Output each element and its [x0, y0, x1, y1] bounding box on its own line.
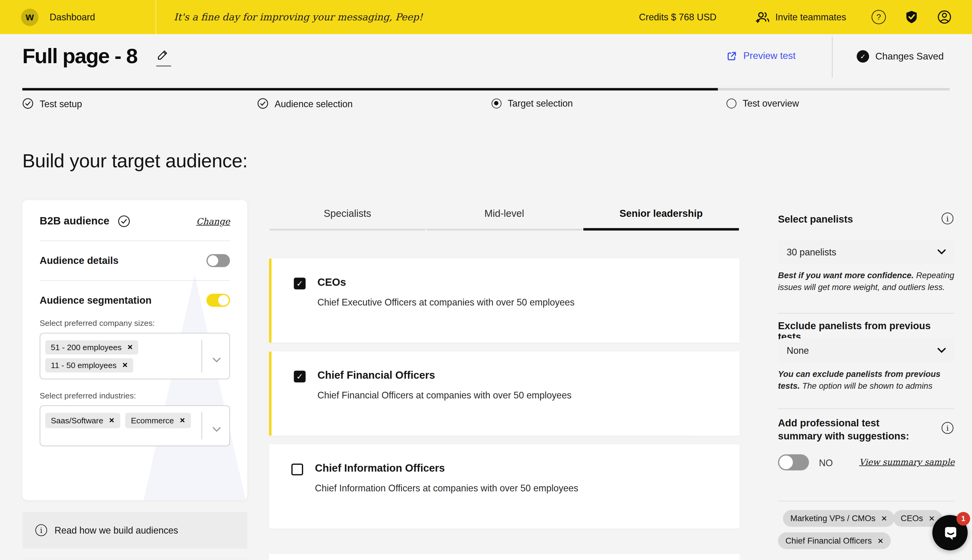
page-header: Full page - 8 Preview test ✓ Changes Sav…	[0, 34, 972, 87]
audience-details-label: Audience details	[40, 255, 119, 266]
next-role-card-partial	[269, 554, 740, 560]
info-icon[interactable]: i	[942, 213, 954, 225]
stepper-progress-fill	[22, 88, 718, 90]
role-description: Chief Information Officers at companies …	[315, 483, 579, 493]
check-circle-icon	[118, 215, 131, 227]
tab-underline	[270, 229, 425, 230]
audience-segmentation-label: Audience segmentation	[40, 295, 152, 306]
read-how-we-build-audiences-link[interactable]: i Read how we build audiences	[22, 512, 247, 548]
selected-target-pill: Marketing VPs / CMOs ✕	[783, 510, 895, 527]
summary-label: Add professional test summary with sugge…	[778, 417, 924, 443]
role-title: CEOs	[317, 277, 346, 289]
note-bold: Best if you want more confidence.	[778, 271, 914, 280]
summary-toggle-state: NO	[819, 457, 833, 468]
step-test-overview[interactable]: Test overview	[727, 98, 799, 108]
credits-balance[interactable]: Credits $ 768 USD	[639, 12, 717, 22]
exclude-value: None	[787, 345, 809, 356]
audience-segmentation-toggle[interactable]	[207, 294, 230, 307]
seniority-tabs: Specialists Mid-level Senior leadership	[269, 204, 740, 230]
step-audience-selection[interactable]: Audience selection	[257, 98, 353, 109]
industries-select[interactable]: Saas/Software ✕ Ecommerce ✕	[40, 405, 230, 447]
remove-tag-button[interactable]: ✕	[109, 417, 115, 425]
role-description: Chief Financial Officers at companies wi…	[317, 390, 572, 400]
info-icon[interactable]: i	[942, 422, 954, 434]
nav-dashboard-link[interactable]: Dashboard	[50, 12, 95, 22]
topbar-divider	[156, 0, 157, 34]
company-sizes-label: Select preferred company sizes:	[40, 318, 230, 328]
company-size-tag: 11 - 50 employees ✕	[45, 358, 133, 373]
company-size-tag: 51 - 200 employees ✕	[45, 340, 138, 354]
select-divider	[202, 412, 202, 440]
chevron-down-icon	[937, 249, 946, 255]
invite-teammates-button[interactable]: Invite teammates	[749, 10, 846, 24]
wynter-logo[interactable]: w	[21, 8, 38, 26]
pencil-icon	[156, 49, 168, 61]
edit-title-button[interactable]	[156, 49, 171, 66]
role-checkbox[interactable]	[291, 464, 303, 475]
chevron-down-icon[interactable]	[213, 423, 221, 435]
role-card-ceos[interactable]: ✓ CEOs Chief Executive Officers at compa…	[269, 258, 740, 343]
shield-check-icon[interactable]	[905, 10, 919, 24]
audience-details-toggle[interactable]	[207, 254, 230, 267]
divider	[40, 240, 230, 241]
remove-tag-button[interactable]: ✕	[122, 362, 128, 370]
tab-mid-level[interactable]: Mid-level	[426, 204, 583, 230]
step-test-setup[interactable]: Test setup	[22, 98, 82, 109]
info-icon: i	[35, 525, 47, 536]
tab-senior-leadership[interactable]: Senior leadership	[583, 204, 739, 230]
role-card-cfos[interactable]: ✓ Chief Financial Officers Chief Financi…	[269, 352, 740, 436]
industry-tag: Ecommerce ✕	[125, 413, 191, 428]
test-title: Full page - 8	[22, 44, 137, 68]
role-checkbox[interactable]: ✓	[294, 278, 305, 289]
header-divider	[832, 37, 833, 77]
pill-label: Chief Financial Officers	[785, 536, 872, 545]
pill-label: CEOs	[900, 514, 923, 523]
view-summary-sample-link[interactable]: View summary sample	[859, 457, 954, 467]
chat-launcher[interactable]: 1	[932, 515, 967, 550]
stepper-progress-track	[22, 88, 950, 90]
changes-saved-label: Changes Saved	[875, 51, 944, 62]
step-label: Audience selection	[275, 98, 353, 109]
check-circle-icon	[257, 98, 268, 109]
role-title: Chief Information Officers	[315, 462, 445, 475]
tab-underline	[427, 229, 582, 230]
company-sizes-select[interactable]: 51 - 200 employees ✕ 11 - 50 employees ✕	[40, 333, 230, 379]
chevron-down-icon[interactable]	[213, 353, 221, 365]
remove-pill-button[interactable]: ✕	[929, 514, 935, 523]
divider	[778, 313, 955, 314]
select-panelists-label: Select panelists	[778, 214, 853, 225]
tab-label: Mid-level	[485, 208, 524, 219]
help-icon[interactable]: ?	[872, 10, 886, 24]
tag-label: Saas/Software	[51, 416, 103, 425]
tab-underline	[583, 228, 739, 230]
saved-check-icon: ✓	[857, 50, 869, 63]
panelists-value: 30 panelists	[787, 247, 836, 257]
industries-label: Select preferred industries:	[40, 391, 230, 400]
exclude-dropdown[interactable]: None	[778, 338, 955, 363]
role-card-cios[interactable]: Chief Information Officers Chief Informa…	[269, 444, 740, 529]
remove-pill-button[interactable]: ✕	[881, 514, 887, 523]
step-label: Test setup	[40, 98, 82, 109]
role-description: Chief Executive Officers at companies wi…	[317, 297, 575, 308]
tab-label: Senior leadership	[620, 208, 703, 219]
change-audience-link[interactable]: Change	[196, 216, 230, 226]
role-checkbox[interactable]: ✓	[294, 370, 305, 382]
tab-specialists[interactable]: Specialists	[269, 204, 426, 230]
step-target-selection[interactable]: Target selection	[492, 98, 573, 108]
tag-label: 51 - 200 employees	[51, 343, 122, 352]
remove-tag-button[interactable]: ✕	[180, 417, 185, 425]
panelists-note: Best if you want more confidence. Repeat…	[778, 270, 955, 293]
account-icon[interactable]	[937, 10, 952, 24]
role-title: Chief Financial Officers	[317, 369, 435, 382]
preview-test-link[interactable]: Preview test	[727, 50, 795, 61]
panel-settings: Select panelists i 30 panelists Best if …	[778, 200, 955, 560]
remove-tag-button[interactable]: ✕	[127, 343, 133, 352]
remove-pill-button[interactable]: ✕	[877, 536, 884, 545]
tab-label: Specialists	[324, 208, 371, 219]
select-divider	[202, 340, 202, 372]
summary-toggle[interactable]	[778, 454, 809, 470]
audience-type-label: B2B audience	[40, 215, 109, 227]
changes-saved-status: ✓ Changes Saved	[857, 50, 944, 63]
audience-panel: B2B audience Change Audience details Aud…	[22, 200, 247, 500]
panelists-dropdown[interactable]: 30 panelists	[778, 240, 955, 264]
